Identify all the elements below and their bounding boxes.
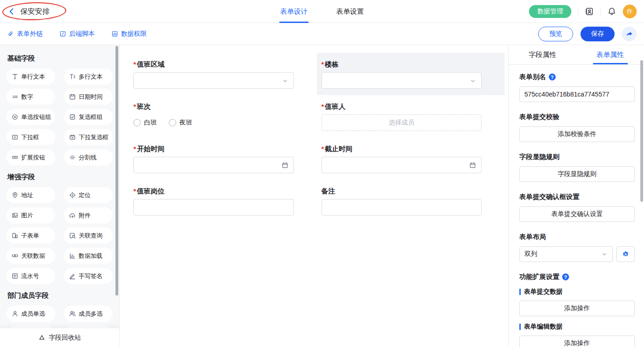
sidebar-sections: 基础字段单行文本多行文本123数字日期时间单选按钮组复选框组下拉框下拉复选框扩展…: [6, 54, 113, 342]
duty-person-picker[interactable]: 选择成员: [322, 114, 482, 131]
tab-form-settings[interactable]: 表单设置: [335, 0, 365, 23]
attachment-icon: [69, 212, 76, 219]
end-time-input[interactable]: [322, 157, 482, 173]
tab-form-design[interactable]: 表单设计: [279, 0, 309, 23]
avatar[interactable]: 作: [623, 5, 637, 18]
field-duty-post[interactable]: 值班岗位: [129, 180, 317, 222]
sidebar-scrollbar[interactable]: [115, 46, 118, 296]
submit-validation-group: 表单提交校验 添加校验条件: [519, 113, 635, 142]
recycle-icon: [38, 334, 46, 341]
data-manage-button[interactable]: 数据管理: [529, 5, 571, 18]
shift-radio-group: 白班 夜班: [133, 117, 294, 128]
field-item[interactable]: 数据加载: [64, 248, 113, 264]
duty-post-input[interactable]: [133, 199, 294, 216]
start-time-input[interactable]: [133, 157, 294, 173]
field-item[interactable]: 关联查询: [64, 228, 113, 244]
field-label: 值班人: [322, 102, 482, 111]
layout-select[interactable]: 双列: [519, 246, 613, 262]
save-button[interactable]: 保存: [581, 27, 615, 41]
group-title: 表单别名: [519, 73, 546, 81]
duty-area-select[interactable]: [133, 72, 294, 89]
field-item-label: 复选框组: [79, 113, 103, 121]
related-data-icon: [12, 252, 18, 259]
field-item[interactable]: 图片: [6, 207, 55, 223]
field-item[interactable]: 单行文本: [6, 68, 55, 85]
field-item[interactable]: 多行文本: [64, 68, 113, 85]
back-button[interactable]: [7, 7, 16, 16]
submit-confirm-button[interactable]: 表单提交确认设置: [519, 206, 635, 222]
field-item[interactable]: 子表单: [6, 228, 55, 244]
field-item-label: 地址: [21, 191, 33, 199]
panel-scrollbar[interactable]: [640, 60, 643, 202]
radio-day-shift[interactable]: 白班: [133, 119, 157, 127]
field-item[interactable]: 下拉框: [6, 129, 55, 145]
field-item[interactable]: 地址: [6, 187, 55, 203]
field-item[interactable]: 日期时间: [64, 89, 113, 105]
datetime-icon: [69, 93, 76, 100]
contacts-icon[interactable]: [585, 7, 594, 16]
field-item[interactable]: 附件: [64, 207, 113, 223]
page-title: 保安安排: [20, 7, 50, 17]
data-permission-link[interactable]: 数据权限: [111, 30, 147, 38]
field-item[interactable]: 扩展按钮: [6, 149, 55, 165]
remark-input[interactable]: [322, 199, 482, 216]
field-remark[interactable]: 备注: [317, 180, 505, 222]
tab-form-properties[interactable]: 表单属性: [576, 45, 644, 64]
field-duty-person[interactable]: 值班人 选择成员: [317, 95, 505, 137]
share-button[interactable]: [622, 27, 637, 41]
tab-field-properties[interactable]: 字段属性: [509, 45, 576, 64]
field-visibility-group: 字段显隐规则 字段显隐规则: [519, 153, 635, 182]
add-validation-button[interactable]: 添加校验条件: [519, 126, 635, 142]
backend-script-link[interactable]: 后端脚本: [59, 30, 95, 38]
building-select[interactable]: [322, 72, 482, 89]
field-item[interactable]: 复选框组: [64, 109, 113, 125]
field-item[interactable]: 123数字: [6, 89, 55, 105]
preview-button[interactable]: 预览: [538, 27, 573, 41]
related-query-icon: [69, 232, 76, 239]
field-item[interactable]: 成员单选: [6, 306, 55, 322]
form-external-link[interactable]: 表单外链: [7, 30, 43, 38]
field-item-label: 手写签名: [79, 272, 103, 280]
field-building[interactable]: 楼栋: [317, 53, 505, 95]
field-duty-area[interactable]: 值班区域: [129, 53, 317, 95]
form-alias-group: 表单别名: [519, 73, 635, 102]
field-end-time[interactable]: 截止时间: [317, 137, 505, 180]
add-submit-action-button[interactable]: 添加操作: [519, 301, 635, 316]
field-item[interactable]: 成员多选: [64, 306, 113, 322]
locate-icon: [69, 192, 76, 199]
visibility-rules-button[interactable]: 字段显隐规则: [519, 166, 635, 182]
field-shift[interactable]: 班次 白班 夜班: [129, 95, 317, 137]
radio-label: 夜班: [179, 119, 192, 127]
text-icon: [12, 73, 18, 80]
subgroup-title: 表单编辑数据: [524, 323, 563, 331]
field-recycle-bin[interactable]: 字段回收站: [0, 328, 119, 347]
app-header: 保安安排 表单设计 表单设置 数据管理 作: [0, 0, 644, 23]
title-dashed-underline: [20, 19, 46, 19]
radio-night-shift[interactable]: 夜班: [169, 119, 192, 127]
field-item[interactable]: 下拉复选框: [64, 129, 113, 145]
select-icon: [12, 134, 18, 141]
field-item-label: 子表单: [21, 232, 39, 240]
bell-icon[interactable]: [607, 7, 616, 16]
field-library-sidebar: 基础字段单行文本多行文本123数字日期时间单选按钮组复选框组下拉框下拉复选框扩展…: [0, 45, 120, 347]
field-item[interactable]: 单选按钮组: [6, 109, 55, 125]
field-item-label: 单选按钮组: [21, 113, 51, 121]
field-item[interactable]: 定位: [64, 187, 113, 203]
extend-button-icon: [12, 154, 18, 161]
field-item[interactable]: 分割线: [64, 149, 113, 165]
field-item-label: 关联数据: [21, 252, 45, 260]
field-item[interactable]: 手写签名: [64, 268, 113, 284]
help-icon[interactable]: [562, 273, 569, 280]
field-item[interactable]: 关联数据: [6, 248, 55, 264]
script-icon: [59, 30, 66, 37]
link-icon: [7, 30, 14, 37]
help-icon[interactable]: [549, 74, 556, 80]
field-item-label: 附件: [79, 211, 91, 220]
radio-circle-icon: [169, 119, 176, 126]
add-edit-action-button[interactable]: 添加操作: [519, 336, 635, 347]
form-alias-input[interactable]: [519, 86, 635, 102]
field-start-time[interactable]: 开始时间: [129, 137, 317, 180]
field-item[interactable]: 流水号: [6, 268, 55, 284]
svg-text:123: 123: [12, 95, 17, 98]
layout-settings-button[interactable]: [616, 246, 635, 262]
